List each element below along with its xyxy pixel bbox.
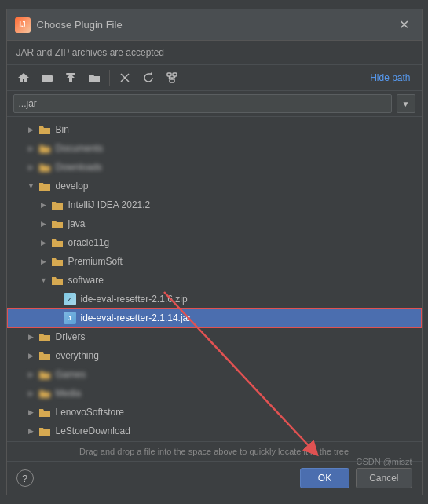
folder-icon-blurred1 xyxy=(38,142,51,155)
item-label-premiumsoft: PremiumSoft xyxy=(68,256,123,267)
subtitle: JAR and ZIP archives are accepted xyxy=(7,41,422,65)
folder-icon-lenovosoftstore xyxy=(38,406,51,418)
svg-rect-1 xyxy=(42,75,53,82)
tree-item-jar[interactable]: ▶ J ide-eval-resetter-2.1.14.jar xyxy=(7,309,422,327)
app-icon: IJ xyxy=(15,17,31,33)
chevron-icon: ▶ xyxy=(26,407,37,418)
new-folder-button[interactable] xyxy=(84,68,104,87)
delete-button[interactable] xyxy=(115,68,135,87)
path-bar: ▼ xyxy=(7,91,422,117)
chevron-icon: ▶ xyxy=(26,162,37,173)
svg-rect-2 xyxy=(66,73,75,75)
folder-icon-develop xyxy=(38,180,51,192)
tree-item-java[interactable]: ▶ java xyxy=(7,214,422,233)
tree-item-intellij[interactable]: ▶ IntelliJ IDEA 2021.2 xyxy=(7,195,422,214)
item-label-software: software xyxy=(68,275,104,286)
tree-item-blurred3[interactable]: ▶ Games xyxy=(7,365,422,384)
item-label-jar: ide-eval-resetter-2.1.14.jar xyxy=(81,312,192,323)
toolbar: Hide path xyxy=(7,65,422,91)
chevron-icon: ▶ xyxy=(38,218,49,229)
item-label-lenovosoftstore: LenovoSoftstore xyxy=(56,407,124,418)
tree-item-oracle[interactable]: ▶ oracle11g xyxy=(7,233,422,252)
zip-file-icon: Z xyxy=(64,293,76,305)
hide-path-button[interactable]: Hide path xyxy=(365,71,415,85)
item-label-develop: develop xyxy=(56,181,89,192)
chevron-icon: ▶ xyxy=(26,369,37,380)
toolbar-separator xyxy=(109,70,110,86)
folder-icon-blurred2 xyxy=(38,161,51,173)
footer-buttons: OK Cancel xyxy=(300,468,412,488)
title-bar: IJ Choose Plugin File ✕ xyxy=(7,9,422,41)
file-tree[interactable]: ▶ Bin ▶ Documents ▶ Downloads ▼ xyxy=(7,117,422,441)
close-button[interactable]: ✕ xyxy=(394,16,414,34)
item-label-oracle: oracle11g xyxy=(68,237,110,248)
chevron-icon: ▶ xyxy=(26,124,37,135)
tree-item-drivers[interactable]: ▶ Drivers xyxy=(7,327,422,346)
tree-item-lenovosoftstore[interactable]: ▶ LenovoSoftstore xyxy=(7,403,422,422)
tree-item-bin[interactable]: ▶ Bin xyxy=(7,120,422,139)
item-label-lestoredownload: LeStoreDownload xyxy=(56,425,130,436)
title-bar-left: IJ Choose Plugin File xyxy=(15,17,123,33)
item-label-java: java xyxy=(68,218,86,229)
help-button[interactable]: ? xyxy=(16,469,34,487)
chevron-expand-icon: ▼ xyxy=(26,181,37,192)
refresh-button[interactable] xyxy=(138,68,159,87)
tree-item-zip[interactable]: ▶ Z ide-eval-resetter-2.1.6.zip xyxy=(7,290,422,309)
home-button[interactable] xyxy=(13,68,34,87)
item-label-blurred2: Downloads xyxy=(56,162,102,173)
item-label-blurred3: Games xyxy=(56,369,86,380)
chevron-icon: ▶ xyxy=(26,331,37,342)
folder-icon-blurred3 xyxy=(38,368,51,381)
tree-item-develop[interactable]: ▼ develop xyxy=(7,177,422,195)
folder-icon-bin xyxy=(38,123,51,136)
item-label-drivers: Drivers xyxy=(56,331,86,342)
dialog-title: Choose Plugin File xyxy=(37,19,123,31)
tree-item-blurred1[interactable]: ▶ Documents xyxy=(7,139,422,158)
item-label-bin: Bin xyxy=(56,124,69,135)
path-dropdown[interactable]: ▼ xyxy=(397,94,415,113)
folder-button[interactable] xyxy=(37,68,57,87)
chevron-icon: ▶ xyxy=(38,199,49,210)
chevron-icon: ▶ xyxy=(26,143,37,154)
tree-item-premiumsoft[interactable]: ▶ PremiumSoft xyxy=(7,252,422,271)
chevron-icon: ▶ xyxy=(26,388,37,399)
chevron-icon: ▶ xyxy=(38,256,49,267)
svg-rect-7 xyxy=(170,79,174,82)
chevron-icon: ▶ xyxy=(26,350,37,361)
folder-icon-intellij xyxy=(51,199,64,211)
svg-rect-6 xyxy=(173,73,177,76)
network-button[interactable] xyxy=(162,68,182,87)
watermark: CSDN @miszt xyxy=(356,457,412,466)
item-label-blurred1: Documents xyxy=(56,143,104,154)
chevron-icon: ▶ xyxy=(26,425,37,436)
tree-item-blurred4[interactable]: ▶ Media xyxy=(7,384,422,403)
folder-icon-java xyxy=(51,217,64,230)
tree-item-lestoredownload[interactable]: ▶ LeStoreDownload xyxy=(7,422,422,440)
item-label-intellij: IntelliJ IDEA 2021.2 xyxy=(68,199,151,210)
tree-item-software[interactable]: ▼ software xyxy=(7,271,422,290)
item-label-blurred4: Media xyxy=(56,388,82,399)
tree-item-everything[interactable]: ▶ everything xyxy=(7,346,422,365)
item-label-zip: ide-eval-resetter-2.1.6.zip xyxy=(81,294,188,305)
tree-item-blurred2[interactable]: ▶ Downloads xyxy=(7,158,422,177)
folder-icon-lestoredownload xyxy=(38,425,51,437)
jar-file-icon: J xyxy=(64,312,76,324)
folder-icon-software xyxy=(51,274,64,287)
path-input[interactable] xyxy=(13,94,392,113)
cancel-button[interactable]: Cancel xyxy=(356,468,412,488)
folder-icon-everything xyxy=(38,349,51,362)
dialog: IJ Choose Plugin File ✕ JAR and ZIP arch… xyxy=(6,9,423,495)
chevron-icon: ▶ xyxy=(38,237,49,248)
folder-icon-drivers xyxy=(38,331,51,343)
folder-icon-premiumsoft xyxy=(51,255,64,268)
folder-icon-blurred4 xyxy=(38,387,51,400)
svg-rect-5 xyxy=(167,73,171,76)
chevron-expand-icon: ▼ xyxy=(38,275,49,286)
item-label-everything: everything xyxy=(56,350,99,361)
ok-button[interactable]: OK xyxy=(300,468,349,488)
folder-icon-oracle xyxy=(51,236,64,249)
up-folder-button[interactable] xyxy=(60,68,81,87)
